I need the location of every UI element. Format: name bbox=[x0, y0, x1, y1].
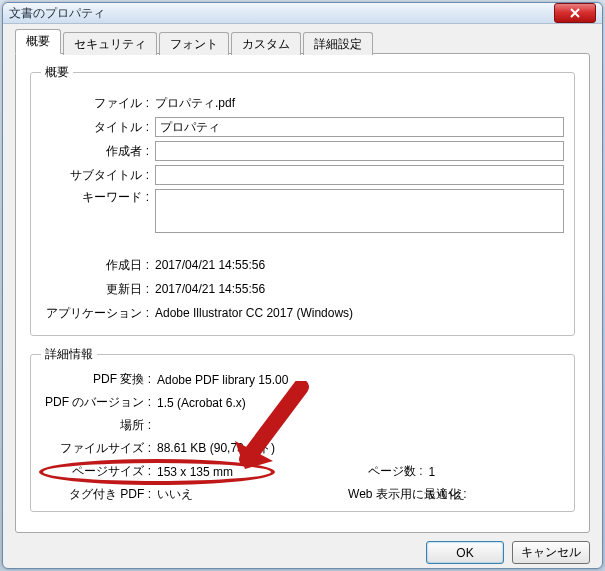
tab-fonts[interactable]: フォント bbox=[159, 32, 229, 55]
tab-advanced[interactable]: 詳細設定 bbox=[303, 32, 373, 55]
pdf-producer-label: PDF 変換 : bbox=[41, 371, 157, 388]
tab-summary[interactable]: 概要 bbox=[15, 29, 61, 54]
ok-button[interactable]: OK bbox=[426, 541, 504, 564]
pdf-version-label: PDF のバージョン : bbox=[41, 394, 157, 411]
pagecount-label: ページ数 : bbox=[333, 463, 429, 480]
filesize-label: ファイルサイズ : bbox=[41, 440, 157, 457]
keywords-input[interactable] bbox=[155, 189, 564, 233]
tagged-value: いいえ bbox=[157, 486, 333, 503]
created-value: 2017/04/21 14:55:56 bbox=[155, 258, 564, 272]
file-value: プロパティ.pdf bbox=[155, 95, 564, 112]
window-title: 文書のプロパティ bbox=[9, 5, 554, 22]
tab-custom[interactable]: カスタム bbox=[231, 32, 301, 55]
content-area: 概要 セキュリティ フォント カスタム 詳細設定 概要 ファイル : プロパティ… bbox=[3, 24, 602, 533]
file-label: ファイル : bbox=[41, 95, 155, 112]
cancel-button[interactable]: キャンセル bbox=[512, 541, 590, 564]
titlebar[interactable]: 文書のプロパティ bbox=[3, 3, 602, 24]
keywords-label: キーワード : bbox=[41, 189, 155, 206]
title-input[interactable] bbox=[155, 117, 564, 137]
summary-legend: 概要 bbox=[41, 64, 73, 81]
tagged-label: タグ付き PDF : bbox=[41, 486, 157, 503]
close-icon bbox=[570, 8, 580, 18]
tabstrip: 概要 セキュリティ フォント カスタム 詳細設定 bbox=[15, 32, 590, 54]
row-created: 作成日 : 2017/04/21 14:55:56 bbox=[41, 255, 564, 275]
pdf-version-value: 1.5 (Acrobat 6.x) bbox=[157, 396, 564, 410]
modified-value: 2017/04/21 14:55:56 bbox=[155, 282, 564, 296]
pagesize-value: 153 x 135 mm bbox=[157, 465, 333, 479]
row-keywords: キーワード : bbox=[41, 189, 564, 233]
row-application: アプリケーション : Adobe Illustrator CC 2017 (Wi… bbox=[41, 303, 564, 323]
row-modified: 更新日 : 2017/04/21 14:55:56 bbox=[41, 279, 564, 299]
filesize-value: 88.61 KB (90,73 イト) bbox=[157, 440, 564, 457]
application-label: アプリケーション : bbox=[41, 305, 155, 322]
application-value: Adobe Illustrator CC 2017 (Windows) bbox=[155, 306, 564, 320]
row-file: ファイル : プロパティ.pdf bbox=[41, 93, 564, 113]
webopt-value: いいえ bbox=[429, 486, 564, 503]
author-input[interactable] bbox=[155, 141, 564, 161]
pagesize-label: ページサイズ : bbox=[41, 463, 157, 480]
button-row: OK キャンセル bbox=[3, 533, 602, 571]
subtitle-label: サブタイトル : bbox=[41, 167, 155, 184]
author-label: 作成者 : bbox=[41, 143, 155, 160]
pagecount-value: 1 bbox=[429, 465, 564, 479]
row-subtitle: サブタイトル : bbox=[41, 165, 564, 185]
summary-group: 概要 ファイル : プロパティ.pdf タイトル : 作成者 : サブタイトル … bbox=[30, 64, 575, 336]
detail-legend: 詳細情報 bbox=[41, 346, 97, 363]
subtitle-input[interactable] bbox=[155, 165, 564, 185]
created-label: 作成日 : bbox=[41, 257, 155, 274]
pdf-producer-value: Adobe PDF library 15.00 bbox=[157, 373, 564, 387]
location-label: 場所 : bbox=[41, 417, 157, 434]
modified-label: 更新日 : bbox=[41, 281, 155, 298]
row-title: タイトル : bbox=[41, 117, 564, 137]
tab-security[interactable]: セキュリティ bbox=[63, 32, 157, 55]
close-button[interactable] bbox=[554, 3, 596, 23]
detail-grid: PDF 変換 : Adobe PDF library 15.00 PDF のバー… bbox=[41, 371, 564, 503]
row-author: 作成者 : bbox=[41, 141, 564, 161]
detail-group: 詳細情報 PDF 変換 : Adobe PDF library 15.00 PD… bbox=[30, 346, 575, 512]
title-label: タイトル : bbox=[41, 119, 155, 136]
dialog-window: 文書のプロパティ 概要 セキュリティ フォント カスタム 詳細設定 概要 ファイ… bbox=[2, 2, 603, 569]
tab-body: 概要 ファイル : プロパティ.pdf タイトル : 作成者 : サブタイトル … bbox=[15, 53, 590, 533]
